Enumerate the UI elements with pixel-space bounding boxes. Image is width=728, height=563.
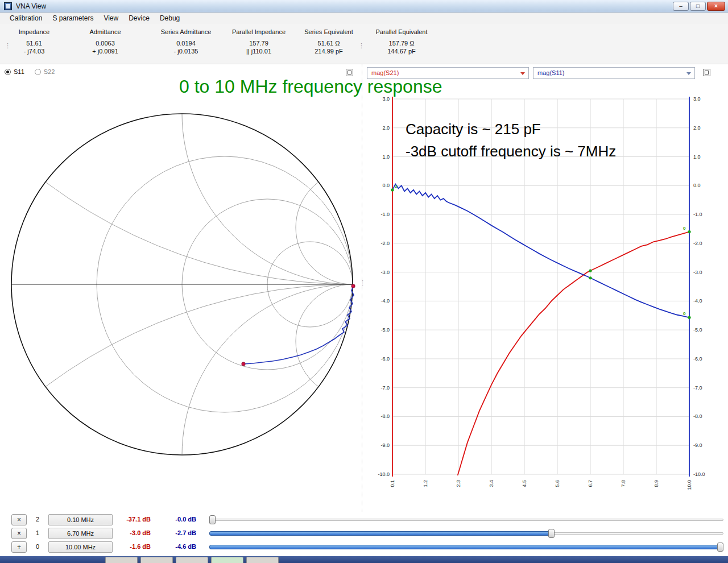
marker-panel: × 2 0.10 MHz -37.1 dB -0.0 dB × 1 6.70 M… bbox=[0, 512, 728, 556]
chevron-down-icon bbox=[686, 72, 691, 75]
maximize-button[interactable]: □ bbox=[690, 2, 706, 11]
marker-s21-value: -1.6 dB bbox=[113, 543, 151, 550]
slider-track[interactable] bbox=[209, 519, 723, 521]
radio-s11[interactable]: S11 bbox=[5, 68, 24, 75]
slider-fill bbox=[209, 545, 723, 549]
marker-frequency-slider[interactable] bbox=[209, 541, 723, 553]
menu-item-view[interactable]: View bbox=[98, 13, 123, 24]
plot-detach-button[interactable] bbox=[703, 69, 710, 76]
black-annotation: Capacity is ~ 215 pF -3dB cutoff frequen… bbox=[406, 118, 616, 163]
detach-icon bbox=[348, 71, 351, 74]
svg-text:-4.0: -4.0 bbox=[380, 298, 390, 304]
marker-index-label: 0 bbox=[683, 311, 686, 316]
taskbar-button[interactable] bbox=[176, 557, 208, 563]
taskbar-button[interactable] bbox=[211, 557, 243, 563]
marker-s11-value: -4.6 dB bbox=[164, 543, 196, 550]
smith-grid bbox=[0, 80, 362, 511]
plot-marker-dot[interactable] bbox=[688, 230, 690, 233]
readout-value-1: 157.79 bbox=[225, 39, 292, 47]
readout-value-2: - j0.0135 bbox=[152, 47, 220, 55]
menu-item-debug[interactable]: Debug bbox=[155, 13, 185, 24]
svg-text:6.7: 6.7 bbox=[588, 480, 593, 487]
svg-text:0.0: 0.0 bbox=[693, 183, 701, 188]
marker-frequency-button[interactable]: 0.10 MHz bbox=[48, 514, 113, 525]
readout-impedance: Impedance 51.61 - j74.03 bbox=[6, 28, 63, 55]
smith-detach-button[interactable] bbox=[346, 69, 353, 76]
readout-series-admittance: Series Admittance 0.0194 - j0.0135 bbox=[152, 28, 220, 55]
svg-text:-5.0: -5.0 bbox=[693, 327, 702, 333]
readout-value-1: 0.0063 bbox=[77, 39, 134, 47]
taskbar-button[interactable] bbox=[140, 557, 173, 563]
readout-value-1: 157.79 Ω bbox=[367, 39, 436, 47]
window-titlebar: VNA View – □ × bbox=[0, 0, 728, 13]
radio-s11-label: S11 bbox=[14, 68, 24, 75]
plot-marker-dot[interactable] bbox=[688, 316, 690, 319]
svg-text:7.8: 7.8 bbox=[621, 480, 626, 487]
readout-label: Parallel Impedance bbox=[225, 28, 292, 35]
marker-s21-value: -37.1 dB bbox=[113, 516, 151, 523]
taskbar-button[interactable] bbox=[246, 557, 279, 563]
marker-s11-value: -2.7 dB bbox=[164, 529, 196, 536]
marker-frequency-button[interactable]: 6.70 MHz bbox=[48, 528, 113, 539]
slider-handle[interactable] bbox=[209, 515, 216, 524]
svg-text:-3.0: -3.0 bbox=[380, 270, 390, 275]
s11-curve bbox=[392, 184, 689, 318]
readout-label: Series Equivalent bbox=[295, 28, 363, 35]
menu-item-device[interactable]: Device bbox=[123, 13, 155, 24]
readout-label: Admittance bbox=[77, 28, 134, 35]
slider-handle[interactable] bbox=[717, 543, 723, 552]
svg-text:4.5: 4.5 bbox=[522, 480, 527, 487]
taskbar-strip bbox=[0, 556, 728, 563]
smith-marker-dot[interactable] bbox=[242, 362, 245, 366]
radio-s22[interactable]: S22 bbox=[35, 68, 55, 75]
app-icon-inner bbox=[6, 4, 10, 9]
remove-marker-button[interactable]: × bbox=[11, 528, 27, 539]
marker-frequency-button[interactable]: 10.00 MHz bbox=[48, 541, 113, 553]
svg-text:-1.0: -1.0 bbox=[380, 212, 390, 217]
readout-value-1: 0.0194 bbox=[152, 39, 220, 47]
svg-text:-9.0: -9.0 bbox=[693, 442, 702, 448]
readout-value-1: 51.61 Ω bbox=[295, 39, 363, 47]
menu-item-s-parameters[interactable]: S parameters bbox=[47, 13, 98, 24]
trace2-select[interactable]: mag(S11) bbox=[533, 67, 695, 79]
marker-index-label: 0 bbox=[683, 226, 686, 231]
readout-value-2: 144.67 pF bbox=[367, 47, 436, 55]
readout-label: Impedance bbox=[6, 28, 63, 35]
annotation-line-2: -3dB cutoff frequency is ~ 7MHz bbox=[406, 140, 616, 163]
svg-text:3.4: 3.4 bbox=[489, 480, 494, 487]
svg-text:2.3: 2.3 bbox=[456, 480, 461, 487]
readout-value-1: 51.61 bbox=[6, 39, 63, 47]
s11-smith-trace bbox=[243, 286, 354, 364]
menu-item-calibration[interactable]: Calibration bbox=[5, 13, 47, 24]
svg-text:-9.0: -9.0 bbox=[380, 442, 390, 448]
minimize-button[interactable]: – bbox=[673, 2, 689, 11]
svg-text:-3.0: -3.0 bbox=[693, 270, 702, 275]
close-button[interactable]: × bbox=[707, 2, 725, 11]
readout-label: Parallel Equivalent bbox=[367, 28, 436, 35]
add-marker-button[interactable]: + bbox=[11, 541, 27, 553]
remove-marker-button[interactable]: × bbox=[11, 514, 27, 525]
s21-curve bbox=[392, 232, 689, 511]
svg-text:-10.0: -10.0 bbox=[693, 471, 705, 477]
slider-handle[interactable] bbox=[548, 529, 555, 538]
trace2-selected-label: mag(S11) bbox=[537, 69, 564, 76]
radio-dot-icon bbox=[35, 69, 41, 75]
plot-marker-dot[interactable] bbox=[589, 269, 592, 272]
svg-text:1.2: 1.2 bbox=[423, 480, 428, 487]
marker-frequency-slider[interactable] bbox=[209, 514, 723, 525]
detach-icon bbox=[705, 71, 709, 74]
app-icon bbox=[4, 2, 12, 10]
smith-marker-dot[interactable] bbox=[351, 284, 355, 288]
readout-value-2: 214.99 pF bbox=[295, 47, 363, 55]
plot-marker-dot[interactable] bbox=[589, 276, 592, 279]
taskbar-button[interactable] bbox=[105, 557, 138, 563]
marker-index-label: 2 bbox=[395, 184, 398, 189]
svg-text:-4.0: -4.0 bbox=[693, 298, 702, 304]
drag-handle-icon[interactable]: ⋮ bbox=[358, 42, 365, 49]
marker-frequency-slider[interactable] bbox=[209, 528, 723, 539]
marker-row: + 0 10.00 MHz -1.6 dB -4.6 dB bbox=[0, 541, 728, 554]
plot-marker-dot[interactable] bbox=[391, 188, 394, 191]
svg-text:-7.0: -7.0 bbox=[693, 385, 702, 391]
svg-text:1.0: 1.0 bbox=[382, 154, 390, 160]
readout-value-2: || j110.01 bbox=[225, 47, 292, 55]
